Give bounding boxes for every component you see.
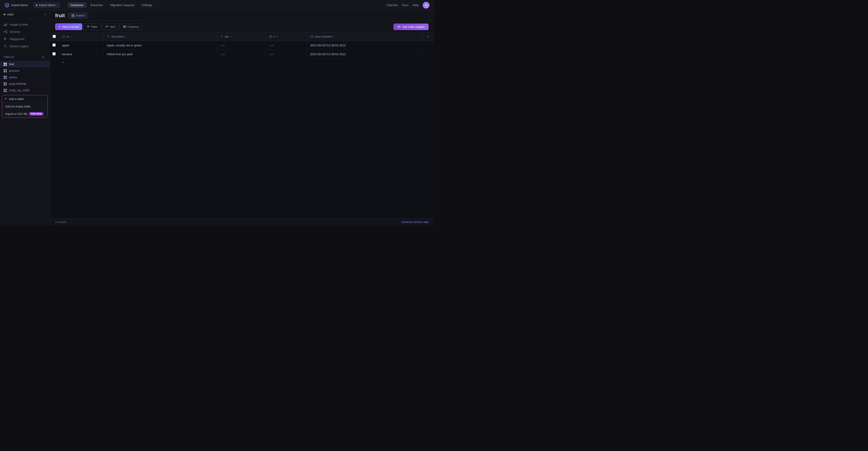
- cell-id-banana[interactable]: banana: [59, 50, 103, 59]
- col-header-id: # id ▾: [59, 33, 103, 41]
- select-all-checkbox[interactable]: [53, 35, 56, 38]
- filter-button[interactable]: Filter: [83, 24, 101, 30]
- cell-abc-apple: null: [217, 41, 266, 50]
- cell-actions-banana: ✎: [422, 50, 434, 59]
- add-record-button[interactable]: + Add a record: [55, 23, 82, 30]
- sidebar-branch-selector[interactable]: main ▾: [0, 10, 50, 19]
- sidebar-item-usage[interactable]: Usage & limits: [0, 21, 50, 28]
- table-search-button[interactable]: [41, 55, 46, 59]
- svg-rect-17: [123, 26, 124, 28]
- svg-rect-2: [6, 23, 7, 26]
- user-avatar[interactable]: U: [423, 2, 430, 8]
- table-item-imdb[interactable]: imdb_top_1000: [0, 87, 50, 94]
- col-id-sort-icon[interactable]: ▾: [70, 35, 71, 38]
- table-item-imdb-label: imdb_top_1000: [9, 89, 29, 92]
- svg-rect-0: [4, 24, 4, 26]
- help-link[interactable]: Help: [412, 3, 418, 7]
- add-empty-table-label: Add an empty table: [5, 105, 31, 108]
- add-column-header[interactable]: +: [422, 33, 434, 41]
- cell-id-apple[interactable]: apple: [59, 41, 103, 50]
- filter-icon: [87, 25, 90, 28]
- sort-button[interactable]: Sort: [102, 24, 119, 30]
- row-checkbox-apple[interactable]: [53, 43, 56, 47]
- columns-button[interactable]: Columns: [120, 24, 143, 30]
- nav-link-settings[interactable]: Settings: [138, 2, 155, 8]
- workspace-name[interactable]: import-demo: [11, 3, 28, 7]
- branch-selector-pill[interactable]: import-demo ▾: [33, 2, 60, 8]
- col-createdat-label: xata.createdAt: [315, 35, 332, 38]
- table-item-persons[interactable]: persons: [0, 67, 50, 74]
- table-row: apple Apple, usually red or green null n…: [50, 41, 434, 50]
- col-desc-sort-icon[interactable]: ▾: [126, 35, 127, 38]
- docs-link[interactable]: Docs: [402, 3, 409, 7]
- nav-link-branches[interactable]: Branches: [88, 2, 106, 8]
- toolbar-right: Get code snippet: [393, 24, 429, 30]
- data-table-wrapper: # id ▾ T description: [50, 33, 434, 218]
- table-item-asdsa[interactable]: asdsa: [0, 74, 50, 81]
- xata-logo-icon: [4, 3, 9, 8]
- table-grid-icon: [4, 82, 7, 86]
- col-abc-sort-icon[interactable]: ▾: [230, 35, 231, 38]
- get-code-label: Get code snippet: [402, 25, 425, 29]
- data-table: # id ▾ T description: [50, 33, 434, 66]
- col-header-abc: T abc ▾: [217, 33, 266, 41]
- branch-pill-label: import-demo: [39, 3, 55, 7]
- records-count: 2 records: [55, 220, 66, 224]
- sidebar-item-playground[interactable]: Playground: [0, 35, 50, 42]
- topnav-right: Chat bot Docs Help U: [386, 2, 430, 8]
- add-column-icon: +: [427, 35, 429, 39]
- chart-icon: [4, 23, 7, 26]
- search-engine-icon: [4, 44, 7, 48]
- sidebar-branch-chevron: ▾: [44, 13, 46, 16]
- table-item-large1mwide[interactable]: large1MWide: [0, 81, 50, 87]
- actions-button[interactable]: Actions: [68, 13, 88, 19]
- get-code-button[interactable]: Get code snippet: [393, 24, 429, 30]
- table-header-row: # id ▾ T description: [50, 33, 434, 41]
- col-createdat-sort-icon[interactable]: ▾: [333, 35, 335, 38]
- sidebar-branch-label: main: [7, 13, 13, 16]
- add-row-button[interactable]: +: [59, 59, 434, 66]
- table-grid-icon: [4, 76, 7, 79]
- cell-desc-apple[interactable]: Apple, usually red or green: [103, 41, 217, 50]
- generate-random-data-button[interactable]: Generate random data: [401, 220, 429, 224]
- cell-createdat-banana: 2023-08-03T12:39:52.451Z: [307, 50, 422, 59]
- cell-createdat-apple: 2023-08-03T12:39:52.451Z: [307, 41, 422, 50]
- cell-e-apple: null: [266, 41, 307, 50]
- nav-link-database[interactable]: Database: [68, 2, 87, 8]
- table-item-large-label: large1MWide: [9, 82, 26, 86]
- email-type-icon: [269, 35, 272, 38]
- svg-point-11: [42, 56, 44, 57]
- table-item-asdsa-label: asdsa: [9, 76, 17, 79]
- null-value: null: [269, 44, 274, 47]
- header-checkbox-cell: [50, 33, 59, 41]
- import-csv-item[interactable]: Import a CSV file PREVIEW: [2, 110, 48, 118]
- search-icon: [42, 55, 45, 59]
- svg-point-4: [6, 30, 7, 31]
- branch-chevron-icon: ▾: [57, 4, 58, 6]
- add-empty-table-item[interactable]: Add an empty table: [2, 103, 48, 110]
- col-header-description: T description ▾: [103, 33, 217, 41]
- table-item-fruit[interactable]: fruit: [0, 61, 50, 67]
- sidebar-item-search[interactable]: Search engine: [0, 42, 50, 50]
- id-type-icon: #: [62, 35, 65, 38]
- svg-rect-19: [125, 26, 126, 28]
- add-table-button[interactable]: ▾ Add a table: [2, 95, 48, 102]
- svg-rect-23: [310, 36, 313, 38]
- svg-line-10: [6, 47, 7, 48]
- sort-label: Sort: [110, 25, 115, 29]
- cell-desc-banana[interactable]: Yellow fruit you peel: [103, 50, 217, 59]
- add-table-menu: Add an empty table Import a CSV file PRE…: [2, 102, 48, 118]
- table-item-fruit-label: fruit: [9, 62, 14, 66]
- sidebar-item-schema[interactable]: Schema: [0, 28, 50, 35]
- table-item-persons-label: persons: [9, 69, 20, 72]
- col-e-sort-icon[interactable]: ▾: [276, 35, 278, 38]
- col-id-label: id: [67, 35, 69, 38]
- sidebar-nav-section: Usage & limits Schema Playground: [0, 19, 50, 52]
- sidebar-playground-label: Playground: [9, 37, 24, 41]
- svg-text:#: #: [63, 36, 64, 37]
- chat-bot-link[interactable]: Chat bot: [386, 3, 398, 7]
- row-checkbox-banana[interactable]: [53, 52, 56, 55]
- plus-icon: +: [59, 25, 61, 29]
- nav-link-migration[interactable]: Migration requests: [107, 2, 138, 8]
- svg-rect-16: [73, 16, 74, 17]
